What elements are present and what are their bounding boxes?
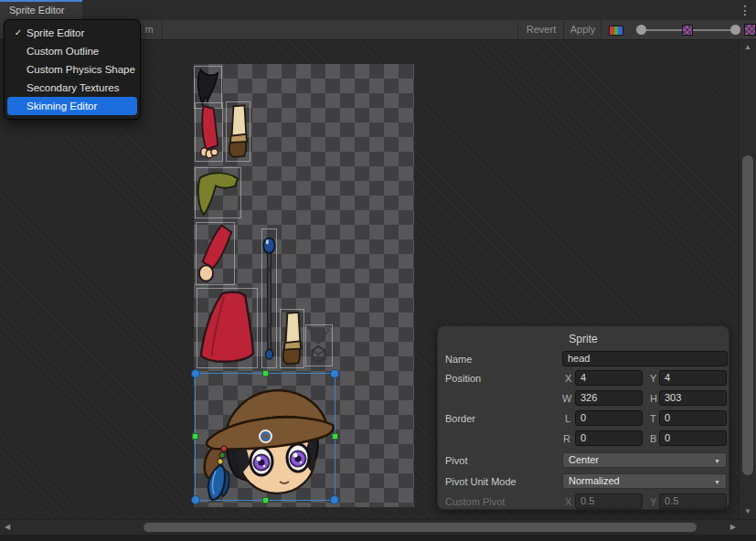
slider-track[interactable]: [693, 29, 731, 31]
slider-track[interactable]: [646, 29, 682, 31]
bottom-strip: [0, 535, 756, 541]
kebab-menu-icon[interactable]: ⋮: [737, 1, 753, 19]
border-t-prefix: T: [650, 411, 656, 426]
alpha-slider-handle[interactable]: [636, 25, 646, 35]
pivot-unit-mode-value: Normalized: [569, 475, 620, 486]
selection-handle-top-right[interactable]: [330, 369, 339, 378]
position-y-field[interactable]: 4: [659, 370, 727, 386]
title-bar: Sprite Editor ⋮: [0, 0, 756, 20]
arm-sprite-image: [196, 103, 222, 161]
menu-item-label: Sprite Editor: [27, 27, 84, 38]
clipped-toolbar-button[interactable]: m: [142, 20, 156, 39]
chevron-down-icon: ▼: [714, 454, 720, 468]
position-y-prefix: Y: [650, 371, 656, 386]
revert-button[interactable]: Revert: [519, 20, 563, 39]
pivot-unit-mode-dropdown[interactable]: Normalized ▼: [562, 473, 727, 489]
vertical-scrollbar[interactable]: ▲ ▼: [739, 40, 756, 519]
menu-item-custom-physics-shape[interactable]: Custom Physics Shape: [7, 60, 137, 79]
sprite-rect-boot[interactable]: [226, 101, 250, 162]
arm-2-sprite-image: [197, 223, 234, 284]
mip-texture-icon: [682, 25, 693, 36]
border-l-prefix: L: [565, 411, 570, 426]
chevron-down-icon: ▼: [714, 475, 720, 489]
scarf-sprite-image: [196, 168, 240, 217]
toolbar-divider: [601, 21, 602, 39]
scroll-down-icon[interactable]: ▼: [744, 508, 751, 515]
menu-item-label: Custom Outline: [27, 46, 99, 57]
custom-pivot-x-field: 0.5: [575, 493, 643, 509]
scroll-up-icon[interactable]: ▲: [744, 44, 751, 51]
staff-sprite-image: [262, 229, 276, 367]
scroll-left-icon[interactable]: ◀: [5, 524, 10, 531]
selection-handle-bottom-right[interactable]: [330, 495, 339, 504]
boot-2-sprite-image: [281, 310, 303, 367]
custom-pivot-y-field: 0.5: [659, 493, 727, 509]
pivot-label: Pivot: [445, 453, 467, 468]
pivot-unit-mode-label: Pivot Unit Mode: [445, 474, 516, 489]
menu-item-sprite-editor[interactable]: ✓ Sprite Editor: [7, 24, 137, 42]
boot-sprite-image: [227, 102, 250, 161]
border-b-field[interactable]: 0: [659, 430, 727, 446]
pivot-dropdown-value: Center: [569, 454, 599, 465]
horizontal-scrollbar[interactable]: ◀ ▶: [0, 519, 756, 535]
position-w-field[interactable]: 326: [575, 390, 643, 406]
pivot-dropdown[interactable]: Center ▼: [562, 452, 727, 468]
border-r-prefix: R: [563, 431, 570, 446]
menu-item-label: Skinning Editor: [27, 101, 97, 111]
border-r-field[interactable]: 0: [575, 430, 643, 446]
menu-item-custom-outline[interactable]: Custom Outline: [7, 42, 137, 60]
sprite-rect-arm-2[interactable]: [196, 222, 235, 285]
border-l-field[interactable]: 0: [575, 410, 643, 426]
position-x-prefix: X: [565, 371, 571, 386]
border-t-field[interactable]: 0: [659, 410, 727, 426]
sprite-rect-scarf[interactable]: [195, 167, 241, 218]
horizontal-scrollbar-thumb[interactable]: [144, 523, 697, 532]
selection-handle-top-left[interactable]: [191, 369, 200, 378]
menu-item-label: Custom Physics Shape: [27, 64, 135, 75]
tab-sprite-editor[interactable]: Sprite Editor: [0, 0, 82, 20]
sprite-rect-boot-2[interactable]: [280, 309, 304, 368]
pivot-marker-inner: [261, 432, 270, 440]
pivot-marker[interactable]: [259, 430, 272, 443]
selection-handle-left-center[interactable]: [192, 433, 198, 440]
vertical-scrollbar-thumb[interactable]: [742, 155, 753, 475]
color-channel-swatch-icon[interactable]: [609, 26, 623, 36]
border-b-prefix: B: [650, 431, 656, 446]
sprite-editor-mode-menu: ✓ Sprite Editor Custom Outline Custom Ph…: [4, 19, 141, 120]
custom-pivot-label: Custom Pivot: [445, 494, 505, 509]
selected-sprite-rect-head[interactable]: [195, 373, 335, 501]
toolbar-divider: [563, 21, 564, 39]
menu-item-skinning-editor[interactable]: Skinning Editor: [7, 97, 137, 115]
mip-slider-handle[interactable]: [730, 25, 740, 35]
amulet-sprite-image: [306, 325, 332, 366]
selection-handle-bottom-left[interactable]: [191, 495, 200, 504]
position-label: Position: [445, 371, 481, 386]
selection-handle-top-center[interactable]: [262, 370, 269, 377]
name-field[interactable]: head: [562, 351, 728, 366]
mip-texture-max-icon: [744, 24, 756, 36]
sprite-rect-arm[interactable]: [195, 102, 223, 162]
position-h-prefix: H: [650, 391, 657, 406]
sprite-inspector-panel: Sprite Name head Position X 4 Y 4 W 326 …: [437, 325, 729, 510]
position-w-prefix: W: [562, 391, 571, 406]
scroll-right-icon[interactable]: ▶: [730, 524, 736, 531]
custom-pivot-y-prefix: Y: [650, 494, 656, 509]
position-h-field[interactable]: 303: [659, 390, 727, 406]
sprite-rect-robe[interactable]: [197, 288, 258, 368]
menu-item-secondary-textures[interactable]: Secondary Textures: [7, 79, 137, 97]
selection-handle-right-center[interactable]: [332, 433, 338, 440]
position-x-field[interactable]: 4: [575, 370, 643, 386]
custom-pivot-x-prefix: X: [565, 494, 571, 509]
selection-handle-bottom-center[interactable]: [262, 497, 269, 504]
toolbar-divider: [162, 21, 163, 39]
checkmark-icon: ✓: [12, 24, 25, 42]
menu-item-label: Secondary Textures: [27, 82, 119, 93]
apply-button[interactable]: Apply: [565, 20, 601, 39]
sprite-rect-staff[interactable]: [261, 228, 277, 368]
toolbar-divider: [517, 21, 518, 39]
panel-title: Sprite: [438, 333, 729, 345]
robe-sprite-image: [197, 289, 257, 367]
border-label: Border: [445, 411, 475, 426]
name-label: Name: [445, 352, 472, 366]
sprite-rect-amulet[interactable]: [305, 324, 333, 366]
